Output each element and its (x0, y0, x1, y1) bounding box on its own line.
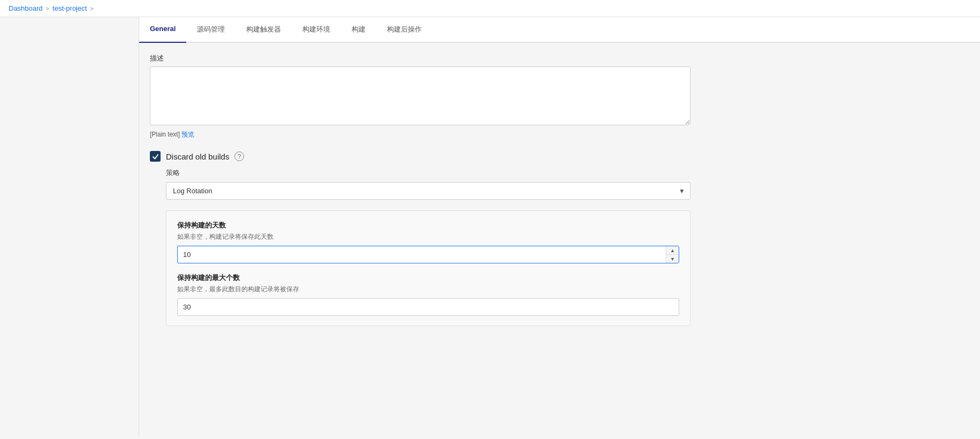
description-preview-link[interactable]: 预览 (181, 131, 194, 138)
tab-general[interactable]: General (139, 17, 186, 43)
days-to-keep-desc: 如果非空，构建记录将保存此天数 (177, 232, 679, 241)
discard-builds-label: Discard old builds (166, 152, 229, 161)
main-container: General 源码管理 构建触发器 构建环境 构建 构建后操作 描述 [Pla… (0, 17, 980, 437)
breadcrumb-sep-2: > (90, 5, 93, 12)
days-to-keep-increment[interactable]: ▲ (666, 246, 679, 255)
max-builds-title: 保持构建的最大个数 (177, 273, 679, 283)
breadcrumb: Dashboard > test-project > (0, 0, 980, 17)
max-builds-input[interactable] (177, 298, 679, 316)
days-to-keep-decrement[interactable]: ▼ (666, 255, 679, 263)
description-textarea[interactable] (150, 66, 690, 125)
discard-builds-help-icon[interactable]: ? (234, 152, 244, 161)
help-icon-text: ? (238, 153, 241, 160)
description-hint: [Plain text] 预览 (150, 130, 696, 139)
sidebar (0, 17, 139, 437)
max-builds-group: 保持构建的最大个数 如果非空，最多此数目的构建记录将被保存 (177, 273, 679, 316)
days-to-keep-spinner: ▲ ▼ (666, 246, 679, 263)
strategy-select-wrapper: Log Rotation ▼ (166, 182, 690, 200)
days-to-keep-title: 保持构建的天数 (177, 221, 679, 230)
breadcrumb-dashboard[interactable]: Dashboard (9, 4, 43, 12)
tab-build-env[interactable]: 构建环境 (292, 17, 341, 43)
max-builds-input-wrapper (177, 298, 679, 316)
log-rotation-box: 保持构建的天数 如果非空，构建记录将保存此天数 ▲ ▼ 保持构建的最大个数 (166, 210, 690, 326)
description-hint-plain: [Plain text] (150, 131, 180, 138)
form-content: 描述 [Plain text] 预览 Discard old builds ? (139, 43, 717, 337)
breadcrumb-sep-1: > (46, 5, 49, 12)
tab-build[interactable]: 构建 (341, 17, 376, 43)
tab-source-code[interactable]: 源码管理 (186, 17, 235, 43)
days-to-keep-input[interactable] (177, 246, 679, 263)
strategy-select[interactable]: Log Rotation (166, 182, 690, 200)
discard-builds-row: Discard old builds ? (150, 151, 696, 162)
days-to-keep-input-wrapper: ▲ ▼ (177, 246, 679, 263)
checkmark-icon (152, 153, 159, 160)
days-to-keep-group: 保持构建的天数 如果非空，构建记录将保存此天数 ▲ ▼ (177, 221, 679, 263)
tab-build-triggers[interactable]: 构建触发器 (235, 17, 292, 43)
tabs-bar: General 源码管理 构建触发器 构建环境 构建 构建后操作 (139, 17, 980, 43)
description-label: 描述 (150, 54, 696, 63)
policy-section: 策略 Log Rotation ▼ 保持构建的天数 如果非空，构建记录将保存此天… (166, 168, 696, 326)
max-builds-desc: 如果非空，最多此数目的构建记录将被保存 (177, 285, 679, 294)
discard-builds-checkbox[interactable] (150, 151, 161, 162)
content-area: General 源码管理 构建触发器 构建环境 构建 构建后操作 描述 [Pla… (139, 17, 980, 437)
breadcrumb-project[interactable]: test-project (52, 4, 87, 12)
tab-post-build[interactable]: 构建后操作 (376, 17, 432, 43)
policy-label: 策略 (166, 168, 696, 178)
